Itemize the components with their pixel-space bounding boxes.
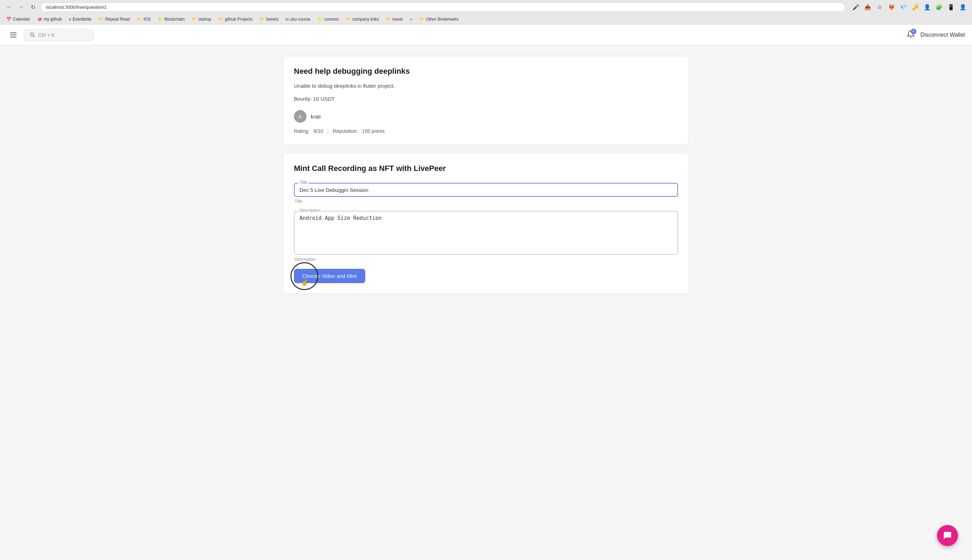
user-stats: Rating: 8/10 | Reputation: 100 points xyxy=(294,128,678,134)
folder-icon: 📁 xyxy=(317,17,323,22)
ext5-icon[interactable]: 🧩 xyxy=(934,2,944,12)
bookmark-label: Eventbrite xyxy=(72,17,91,22)
bookmark-travel[interactable]: 📁 travel xyxy=(383,16,405,23)
question-title: Need help debugging deeplinks xyxy=(294,67,678,76)
bookmark-label: Other Bookmarks xyxy=(426,17,458,22)
folder-icon: 📁 xyxy=(192,17,197,22)
bookmark-label: zku course xyxy=(290,17,310,22)
bookmark-zku[interactable]: in zku course xyxy=(283,16,313,23)
svg-point-3 xyxy=(30,33,33,36)
description-sublabel: Description xyxy=(294,257,678,262)
ext6-icon[interactable]: 📱 xyxy=(946,2,956,12)
title-field-wrapper[interactable]: Title xyxy=(294,183,678,197)
url-text: localhost:3000/free/question/1 xyxy=(46,5,106,10)
bookmark-label: Blockchain xyxy=(164,17,185,22)
eventbrite-icon: e xyxy=(69,17,71,22)
bookmark-label: my github xyxy=(44,17,62,22)
choose-button-container: Choose Video and Mint ☝ xyxy=(294,269,365,283)
rating-label: Rating: xyxy=(294,128,309,134)
bookmark-calendar[interactable]: 📅 Calendar xyxy=(3,16,33,23)
folder-icon: 📁 xyxy=(158,17,163,22)
bookmark-github[interactable]: 🐙 my github xyxy=(34,16,65,23)
notification-badge: 4 xyxy=(911,29,916,34)
share-icon[interactable]: 📤 xyxy=(863,2,873,12)
stat-separator: | xyxy=(328,128,329,134)
disconnect-wallet-button[interactable]: Disconnect Wallet xyxy=(920,32,965,38)
username: krati xyxy=(311,113,321,120)
back-button[interactable]: ← xyxy=(4,2,14,12)
folder-icon: 📁 xyxy=(259,17,265,22)
search-input[interactable]: Ctrl + K xyxy=(24,29,94,41)
folder-icon: 📁 xyxy=(419,17,425,22)
description-field-wrapper[interactable]: Description Android App Size Reduction xyxy=(294,211,678,255)
bookmark-startup[interactable]: 📁 startup xyxy=(189,16,214,23)
bookmark-other[interactable]: 📁 Other Bookmarks xyxy=(417,16,461,23)
bookmark-company-links[interactable]: 📁 company links xyxy=(343,16,382,23)
bookmark-label: Repeat Read xyxy=(105,17,130,22)
menu-button[interactable] xyxy=(7,29,20,41)
bookmark-eventbrite[interactable]: e Eventbrite xyxy=(66,16,94,23)
bookmarks-more-button[interactable]: » xyxy=(407,15,415,23)
refresh-button[interactable]: ↻ xyxy=(28,2,38,12)
bookmark-star-icon[interactable]: ☆ xyxy=(875,2,885,12)
bookmark-cosmos[interactable]: 📁 cosmos xyxy=(315,16,341,23)
search-icon xyxy=(30,32,35,38)
bookmark-label: github Projects xyxy=(225,17,253,22)
folder-icon: 📁 xyxy=(346,17,351,22)
bookmark-ios[interactable]: 📁 IOS xyxy=(134,16,154,23)
mint-card: Mint Call Recording as NFT with LivePeer… xyxy=(283,153,689,294)
bookmarks-bar: 📅 Calendar 🐙 my github e Eventbrite 📁 Re… xyxy=(0,14,972,24)
header-right: 4 Disconnect Wallet xyxy=(907,30,965,40)
svg-line-4 xyxy=(33,36,35,37)
bounty-label: Bounty: xyxy=(294,96,312,102)
ext1-icon[interactable]: 🦊 xyxy=(887,2,897,12)
description-field-label: Description xyxy=(298,208,322,213)
bookmark-label: tweets xyxy=(266,17,279,22)
ext7-icon[interactable]: 👤 xyxy=(958,2,968,12)
question-bounty: Bounty: 10 USDT xyxy=(294,96,678,102)
linkedin-icon: in xyxy=(286,17,289,21)
user-info: k krati xyxy=(294,110,678,123)
bookmark-label: cosmos xyxy=(324,17,338,22)
description-form-group: Description Android App Size Reduction D… xyxy=(294,211,678,262)
address-bar[interactable]: localhost:3000/free/question/1 xyxy=(40,2,845,12)
search-placeholder: Ctrl + K xyxy=(38,32,55,38)
folder-icon: 📁 xyxy=(98,17,104,22)
question-card: Need help debugging deeplinks Unable to … xyxy=(283,56,689,145)
main-content: Need help debugging deeplinks Unable to … xyxy=(276,45,696,313)
reputation-value: 100 points xyxy=(362,128,385,134)
question-description: Unable to debug deeplinks in flutter pro… xyxy=(294,83,678,89)
title-input[interactable] xyxy=(299,187,673,193)
folder-icon: 📁 xyxy=(218,17,224,22)
ext3-icon[interactable]: 🔑 xyxy=(910,2,920,12)
choose-video-mint-button[interactable]: Choose Video and Mint xyxy=(294,269,365,283)
notification-button[interactable]: 4 xyxy=(907,30,915,40)
title-field-label: Title xyxy=(298,180,309,185)
bounty-value: 10 USDT xyxy=(313,96,335,102)
folder-icon: 📁 xyxy=(386,17,391,22)
reputation-label: Reputation: xyxy=(333,128,358,134)
description-textarea[interactable]: Android App Size Reduction xyxy=(299,215,673,250)
folder-icon: 📁 xyxy=(137,17,142,22)
title-sublabel: Title xyxy=(294,199,678,204)
bookmark-blockchain[interactable]: 📁 Blockchain xyxy=(155,16,187,23)
mint-title: Mint Call Recording as NFT with LivePeer xyxy=(294,164,678,173)
app-header: Ctrl + K 4 Disconnect Wallet xyxy=(0,25,972,45)
rating-value: 8/10 xyxy=(313,128,323,134)
bookmark-label: startup xyxy=(198,17,211,22)
forward-button[interactable]: → xyxy=(16,2,26,12)
bookmark-repeat-read[interactable]: 📁 Repeat Read xyxy=(95,16,132,23)
title-form-group: Title Title xyxy=(294,183,678,204)
bookmark-label: Calendar xyxy=(13,17,30,22)
ext2-icon[interactable]: 💎 xyxy=(898,2,908,12)
bookmark-label: IOS xyxy=(144,17,151,22)
calendar-icon: 📅 xyxy=(6,17,12,22)
bookmark-label: company links xyxy=(352,17,379,22)
microphone-icon[interactable]: 🎤 xyxy=(851,2,861,12)
bookmark-tweets[interactable]: 📁 tweets xyxy=(257,16,281,23)
bookmark-github-projects[interactable]: 📁 github Projects xyxy=(216,16,256,23)
ext4-icon[interactable]: 👤 xyxy=(922,2,932,12)
github-icon: 🐙 xyxy=(37,17,42,22)
bookmark-label: travel xyxy=(393,17,403,22)
avatar: k xyxy=(294,110,306,123)
